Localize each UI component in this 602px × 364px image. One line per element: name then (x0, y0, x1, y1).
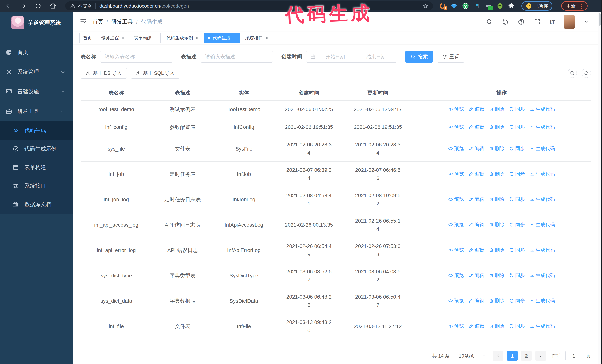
close-icon[interactable] (154, 36, 157, 40)
extension-list-icon[interactable]: on (485, 3, 492, 9)
generate-code-link[interactable]: 生成代码 (530, 145, 555, 153)
search-icon[interactable] (486, 19, 493, 25)
hamburger-icon[interactable] (79, 18, 87, 26)
table-row[interactable]: tool_test_demo测试示例表ToolTestDemo2021-02-0… (81, 101, 591, 118)
delete-link[interactable]: 删除 (489, 145, 505, 153)
sync-link[interactable]: 同步 (509, 195, 525, 203)
generate-code-link[interactable]: 生成代码 (530, 271, 555, 279)
app-logo-row[interactable]: 芋道管理系统 (0, 12, 73, 34)
security-label[interactable]: 不安全 (78, 3, 92, 9)
paused-badge[interactable]: 已暂停 (521, 1, 552, 10)
generate-code-link[interactable]: 生成代码 (530, 123, 555, 131)
help-icon[interactable] (518, 19, 525, 25)
edit-link[interactable]: 编辑 (469, 246, 484, 254)
tab-2[interactable]: 表单构建 (130, 33, 161, 43)
extension-sliders-icon[interactable] (474, 3, 480, 9)
table-name-input[interactable] (100, 51, 172, 62)
edit-link[interactable]: 编辑 (469, 145, 484, 153)
sidebar-item-2[interactable]: 基础设施 (0, 82, 73, 102)
goto-page-input[interactable] (565, 351, 582, 361)
sql-import-button[interactable]: 基于 SQL 导入 (131, 68, 180, 79)
preview-link[interactable]: 预览 (448, 170, 464, 178)
page-size-select[interactable]: 10条/页 (455, 351, 489, 361)
kebab-menu-icon[interactable]: ⋮ (579, 3, 584, 9)
sync-link[interactable]: 同步 (509, 297, 525, 305)
preview-link[interactable]: 预览 (448, 195, 464, 203)
preview-link[interactable]: 预览 (448, 145, 464, 153)
generate-code-link[interactable]: 生成代码 (530, 322, 555, 330)
sidebar-subitem-4[interactable]: 数据库文档 (0, 195, 73, 214)
breadcrumb-item[interactable]: 首页 (92, 18, 103, 26)
sidebar-subitem-2[interactable]: 表单构建 (0, 158, 73, 177)
preview-link[interactable]: 预览 (448, 220, 464, 229)
back-icon[interactable] (5, 3, 12, 9)
sync-link[interactable]: 同步 (509, 246, 525, 254)
page-button-1[interactable]: 1 (507, 351, 517, 361)
delete-link[interactable]: 删除 (489, 195, 505, 203)
extension-alien-icon[interactable] (497, 3, 503, 9)
sync-link[interactable]: 同步 (509, 105, 525, 113)
sidebar-item-3[interactable]: 研发工具 (0, 102, 73, 121)
sync-link[interactable]: 同步 (509, 123, 525, 131)
update-button[interactable]: 更新 ⋮ (561, 1, 588, 10)
sidebar-subitem-0[interactable]: 代码生成 (0, 121, 73, 140)
prev-page-button[interactable] (493, 351, 504, 361)
sync-link[interactable]: 同步 (509, 220, 525, 229)
reset-button[interactable]: 重置 (437, 51, 464, 62)
table-desc-input[interactable] (201, 51, 273, 62)
preview-link[interactable]: 预览 (448, 297, 464, 305)
table-row[interactable]: inf_api_access_logAPI 访问日志表InfApiAccessL… (81, 212, 591, 238)
page-button-2[interactable]: 2 (521, 351, 532, 361)
generate-code-link[interactable]: 生成代码 (530, 105, 555, 113)
table-row[interactable]: inf_job定时任务表InfJob2021-02-07 06:39:3 420… (81, 162, 591, 187)
search-button[interactable]: 搜索 (406, 51, 433, 62)
close-icon[interactable] (121, 36, 124, 40)
table-row[interactable]: sys_dict_data字典数据表SysDictData2021-03-06 … (81, 289, 591, 314)
delete-link[interactable]: 删除 (489, 123, 505, 131)
table-row[interactable]: inf_config参数配置表InfConfig2021-02-06 19:51… (81, 118, 591, 136)
bookmark-star-icon[interactable] (422, 3, 428, 9)
delete-link[interactable]: 删除 (489, 297, 505, 305)
generate-code-link[interactable]: 生成代码 (530, 246, 555, 254)
sync-link[interactable]: 同步 (509, 145, 525, 153)
extension-ring-icon[interactable]: 1 (439, 3, 446, 9)
preview-link[interactable]: 预览 (448, 246, 464, 254)
edit-link[interactable]: 编辑 (469, 195, 484, 203)
generate-code-link[interactable]: 生成代码 (530, 220, 555, 229)
delete-link[interactable]: 删除 (489, 105, 505, 113)
date-range-picker[interactable]: 开始日期 - 结束日期 (306, 51, 397, 62)
tab-4[interactable]: 代码生成 (204, 33, 239, 43)
table-row[interactable]: sys_dict_type字典类型表SysDictType2021-03-06 … (81, 263, 591, 289)
sync-link[interactable]: 同步 (509, 322, 525, 330)
edit-link[interactable]: 编辑 (469, 322, 484, 330)
preview-link[interactable]: 预览 (448, 271, 464, 279)
extension-shield-icon[interactable] (462, 3, 469, 9)
tab-1[interactable]: 链路追踪 (98, 33, 128, 43)
extension-puzzle-icon[interactable] (508, 3, 515, 9)
forward-icon[interactable] (20, 3, 27, 9)
sync-link[interactable]: 同步 (509, 170, 525, 178)
edit-link[interactable]: 编辑 (469, 297, 484, 305)
sidebar-subitem-1[interactable]: 代码生成示例 (0, 140, 73, 158)
delete-link[interactable]: 删除 (489, 322, 505, 330)
edit-link[interactable]: 编辑 (469, 170, 484, 178)
edit-link[interactable]: 编辑 (469, 123, 484, 131)
caret-down-icon[interactable] (584, 20, 589, 24)
close-icon[interactable] (265, 36, 269, 40)
table-row[interactable]: inf_api_error_logAPI 错误日志InfApiErrorLog2… (81, 238, 591, 263)
table-row[interactable]: sys_file文件表SysFile2021-02-06 20:28:3 420… (81, 136, 591, 162)
font-size-icon[interactable]: tT (550, 19, 555, 25)
table-row[interactable]: inf_job_log定时任务日志表InfJobLog2021-02-08 04… (81, 187, 591, 212)
preview-link[interactable]: 预览 (448, 123, 464, 131)
extension-gem-icon[interactable] (451, 3, 457, 9)
edit-link[interactable]: 编辑 (469, 271, 484, 279)
table-row[interactable]: inf_file文件表InfFile2021-03-13 09:43:2 020… (81, 314, 591, 339)
generate-code-link[interactable]: 生成代码 (530, 170, 555, 178)
tab-3[interactable]: 代码生成示例 (163, 33, 202, 43)
delete-link[interactable]: 删除 (489, 271, 505, 279)
db-import-button[interactable]: 基于 DB 导入 (81, 68, 127, 79)
address-bar[interactable]: 不安全 dashboard.yudao.iocoder.cn /tool/cod… (65, 1, 433, 10)
reload-icon[interactable] (35, 3, 42, 9)
close-icon[interactable] (195, 36, 199, 40)
sync-link[interactable]: 同步 (509, 271, 525, 279)
